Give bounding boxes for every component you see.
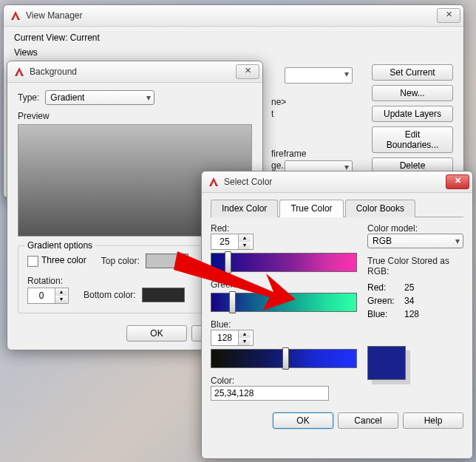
blue-slider-handle[interactable] [282,347,289,370]
color-tabs: Index Color True Color Color Books [211,199,463,217]
view-manager-dropdown[interactable] [285,67,353,84]
spin-up-icon[interactable]: ▲ [239,330,251,338]
tab-color-books[interactable]: Color Books [345,200,415,217]
spin-down-icon[interactable]: ▼ [239,242,251,249]
color-field[interactable]: 25,34,128 [211,386,329,401]
set-current-button[interactable]: Set Current [372,64,453,81]
green-slider[interactable] [211,293,357,312]
blue-label: Blue: [211,319,357,330]
stored-red-label: Red: [367,282,404,293]
views-label: Views [14,47,453,58]
snippet-text: fireframe [271,149,353,159]
background-titlebar[interactable]: Background ✕ [7,61,262,83]
spin-up-icon[interactable]: ▲ [239,234,251,242]
red-slider-handle[interactable] [225,251,231,274]
color-model-select[interactable]: RGB [367,234,463,248]
stored-green-value: 34 [404,296,426,306]
three-color-label: Three color [41,255,86,265]
close-icon[interactable]: ✕ [236,64,259,79]
blue-slider[interactable] [211,349,357,368]
red-label: Red: [211,223,357,234]
cancel-button[interactable]: Cancel [338,412,398,429]
snippet-text: ne> [271,97,353,107]
color-label: Color: [211,376,357,386]
spin-up-icon[interactable]: ▲ [55,288,67,296]
close-icon[interactable]: ✕ [446,174,469,189]
view-manager-title: View Manager [26,10,435,21]
view-manager-titlebar[interactable]: View Manager ✕ [4,5,463,27]
ok-button[interactable]: OK [273,412,333,429]
svg-marker-2 [209,177,218,186]
svg-marker-0 [11,11,20,20]
help-button[interactable]: Help [403,412,463,429]
bottom-color-label: Bottom color: [84,290,136,300]
spin-down-icon[interactable]: ▼ [55,296,67,303]
current-view-label: Current View: Current [14,33,453,43]
background-title: Background [30,67,234,77]
edit-boundaries-button[interactable]: Edit Boundaries... [372,126,453,153]
svg-marker-1 [15,67,24,76]
select-color-titlebar[interactable]: Select Color ✕ [202,171,472,193]
red-slider[interactable] [211,253,357,272]
top-color-swatch[interactable] [146,254,188,268]
color-model-value: RGB [373,236,392,246]
rotation-label: Rotation: [27,276,69,286]
autocad-icon [10,10,21,21]
top-color-label: Top color: [101,256,140,266]
green-label: Green: [211,279,357,290]
red-spinner[interactable]: ▲▼ [211,234,254,250]
ok-button[interactable]: OK [126,325,187,342]
stored-label: True Color Stored as RGB: [367,256,463,276]
stored-red-value: 25 [404,282,426,293]
preview-label: Preview [18,111,252,121]
new-button[interactable]: New... [372,85,453,101]
stored-blue-value: 128 [404,309,426,319]
blue-input[interactable] [211,330,238,345]
autocad-icon [13,66,25,78]
select-color-window: Select Color ✕ Index Color True Color Co… [201,171,473,459]
stored-green-label: Green: [367,296,404,306]
blue-spinner[interactable]: ▲▼ [211,330,254,346]
update-layers-button[interactable]: Update Layers [372,106,453,122]
color-model-label: Color model: [367,223,463,234]
tab-index-color[interactable]: Index Color [211,200,278,217]
select-color-title: Select Color [224,177,444,187]
close-icon[interactable]: ✕ [437,8,460,23]
tab-true-color[interactable]: True Color [279,200,343,217]
type-select[interactable]: Gradient [45,90,154,105]
green-slider-handle[interactable] [229,291,236,313]
snippet-text: t [271,109,353,119]
autocad-icon [208,176,220,188]
red-input[interactable] [211,234,238,249]
color-preview-swatch [367,346,406,380]
bottom-color-swatch[interactable] [142,288,185,302]
gradient-options-legend: Gradient options [24,240,95,251]
three-color-checkbox[interactable]: Three color [27,255,86,266]
type-label: Type: [18,92,39,103]
stored-blue-label: Blue: [367,309,404,319]
rotation-input[interactable] [28,288,55,303]
color-value: 25,34,128 [214,388,254,398]
type-value: Gradient [50,92,84,103]
rotation-spinner[interactable]: ▲▼ [27,288,69,304]
spin-down-icon[interactable]: ▼ [239,338,251,345]
